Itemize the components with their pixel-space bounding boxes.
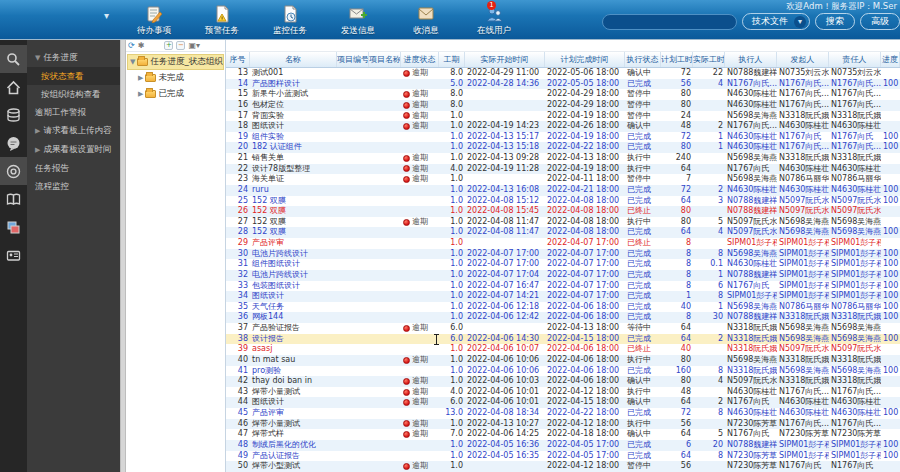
refresh-icon[interactable]: ⟳ (128, 41, 135, 50)
table-row[interactable]: 39asasj1.02022-04-06 10:072022-04-06 18:… (226, 344, 900, 355)
task-name-link[interactable]: 产品评审 (252, 408, 284, 417)
table-row[interactable]: 41pro测验1.02022-04-06 10:062022-04-06 18:… (226, 366, 900, 377)
task-name-link[interactable]: 182 认证组件 (252, 142, 302, 151)
column-header[interactable]: 实际工时 (693, 52, 725, 67)
task-name-link[interactable]: 产品评审 (252, 238, 284, 247)
table-row[interactable]: 48制绒后黑化的优化1.02022-04-05 16:362022-04-05 … (226, 440, 900, 451)
task-name-link[interactable]: 新果牛小蓝测试 (252, 89, 308, 98)
sidebar-item[interactable]: 任务报告 (27, 159, 120, 177)
table-row[interactable]: 28152 双膜1.02022-04-08 11:472022-04-08 18… (226, 227, 900, 238)
toolbar-item[interactable]: 预警任务 (196, 5, 248, 37)
table-row[interactable]: 44图纸设计逾期6.02022-04-06 10:012022-04-15 18… (226, 397, 900, 408)
collapse-all-icon[interactable]: − (176, 41, 185, 50)
sidebar-item[interactable]: ▼任务进度 (27, 48, 120, 67)
table-row[interactable]: 32电池片跨线设计1.02022-04-07 17:042022-04-07 1… (226, 270, 900, 281)
tree-node[interactable]: ▶未完成 (126, 70, 225, 86)
table-row[interactable]: 27152 双膜逾期1.02022-04-08 11:472022-04-08 … (226, 217, 900, 228)
column-header[interactable]: 发起人 (777, 52, 829, 67)
table-row[interactable]: 30电池片跨线设计1.02022-04-07 17:002022-04-07 1… (226, 249, 900, 260)
tree-root-node[interactable]: ▼ 任务进度_状态组织 (127, 54, 224, 70)
task-name-link[interactable]: 电池片跨线设计 (252, 249, 308, 258)
task-name-link[interactable]: 产品图样设计 (252, 79, 300, 88)
column-header[interactable]: 项目名称 (369, 52, 401, 67)
search-category-select[interactable]: 技术文件 ▾ (742, 13, 810, 30)
table-row[interactable]: 19组件实验1.02022-04-13 15:172022-04-19 18:0… (226, 132, 900, 143)
table-row[interactable]: 25152 双膜1.02022-04-08 15:122022-04-08 18… (226, 196, 900, 207)
sidebar-item[interactable]: ▶成果看板设置时间 (27, 140, 120, 159)
monitor-icon[interactable] (0, 157, 27, 185)
view-mode-icon[interactable]: ▣▾ (188, 41, 200, 50)
table-row[interactable]: 24ruru1.02022-04-13 16:082022-04-21 18:0… (226, 185, 900, 196)
database-icon[interactable] (0, 101, 27, 129)
table-row[interactable]: 34图纸设计1.02022-04-07 14:212022-04-07 17:0… (226, 291, 900, 302)
task-name-link[interactable]: 产品验证报告 (252, 323, 300, 332)
task-name-link[interactable]: 焊带小型测试 (252, 461, 300, 470)
sidebar-item[interactable]: 流程监控 (27, 177, 120, 195)
layers-icon[interactable] (0, 213, 27, 241)
task-name-link[interactable]: thay doi ban in (252, 376, 312, 385)
settings-icon[interactable]: ✱ (138, 41, 145, 50)
task-name-link[interactable]: 焊带小量测试 (252, 387, 300, 396)
table-row[interactable]: 37产品验证报告逾期6.02022-04-13 18:00等待中64N3318阮… (226, 323, 900, 334)
table-row[interactable]: 23海关单证逾期1.02022-04-11 18:00暂停中7N5698吴海燕N… (226, 174, 900, 185)
task-name-link[interactable]: 152 双膜 (252, 206, 286, 215)
column-header[interactable]: 项目编号 (337, 52, 369, 67)
table-row[interactable]: 29产品评审1.02022-04-07 17:00已终止8SIPM01彭子程SI… (226, 238, 900, 249)
table-row[interactable]: 26152 双膜1.02022-04-08 15:452022-04-08 18… (226, 206, 900, 217)
task-name-link[interactable]: 销售关单 (252, 153, 284, 162)
column-header[interactable]: 工期 (439, 52, 465, 67)
sidebar-item[interactable]: 逾期工作警报 (27, 103, 120, 121)
search-icon[interactable] (0, 45, 27, 73)
task-name-link[interactable]: 网板144 (252, 312, 283, 321)
column-header[interactable]: 实际开始时间 (465, 52, 545, 67)
table-row[interactable]: 42thay doi ban in逾期1.02022-04-06 10:0320… (226, 376, 900, 387)
task-name-link[interactable]: pro测验 (252, 366, 281, 375)
table-row[interactable]: 13测试001逾期8.02022-04-29 11:002022-05-06 1… (226, 68, 900, 79)
task-name-link[interactable]: 焊带式样 (252, 429, 284, 438)
column-header[interactable]: 执行状态 (625, 52, 661, 67)
toolbar-item[interactable]: 监控任务 (264, 5, 316, 37)
toolbar-item[interactable]: 1在线用户 (468, 5, 520, 37)
task-name-link[interactable]: 152 双膜 (252, 227, 286, 236)
task-name-link[interactable]: 制绒后黑化的优化 (252, 440, 316, 449)
table-row[interactable]: 49产品认证报告1.02022-04-05 16:352022-04-05 17… (226, 451, 900, 462)
table-row[interactable]: 16包材定位逾期8.02022-04-29 18:00暂停中80N4630陈桂壮… (226, 100, 900, 111)
table-row[interactable]: 46焊带小量测试逾期1.02022-04-13 10:272022-04-12 … (226, 419, 900, 430)
table-row[interactable]: 40tn mat sau逾期1.02022-04-06 10:062022-04… (226, 355, 900, 366)
column-header[interactable]: 责任人 (829, 52, 881, 67)
expand-all-icon[interactable]: + (164, 41, 173, 50)
table-row[interactable]: 38设计报告6.02022-04-06 14:302022-04-15 18:0… (226, 334, 900, 345)
table-row[interactable]: 22设计78版型整理逾期4.02022-04-19 11:282022-04-1… (226, 164, 900, 175)
task-name-link[interactable]: 图纸设计 (252, 121, 284, 130)
task-name-link[interactable]: 设计78版型整理 (252, 164, 310, 173)
toolbar-item[interactable]: 收消息 (400, 5, 452, 37)
sidebar-item[interactable]: 按状态查看 (27, 67, 120, 85)
column-header[interactable]: 执行人 (725, 52, 777, 67)
column-header[interactable]: 序号 (226, 52, 250, 67)
chat-icon[interactable] (0, 129, 27, 157)
task-name-link[interactable]: 包材定位 (252, 100, 284, 109)
task-name-link[interactable]: 焊带小量测试 (252, 419, 300, 428)
home-icon[interactable] (0, 73, 27, 101)
task-name-link[interactable]: 天气任务 (252, 302, 284, 311)
book-icon[interactable] (0, 185, 27, 213)
table-row[interactable]: 35天气任务1.02022-04-06 12:182022-04-06 18:0… (226, 302, 900, 313)
task-name-link[interactable]: 组件实验 (252, 132, 284, 141)
task-name-link[interactable]: tn mat sau (252, 355, 295, 364)
search-input[interactable] (602, 14, 737, 30)
column-header[interactable]: 进度 (881, 52, 900, 67)
sidebar-item[interactable]: ▶请求看板上传内容 (27, 121, 120, 140)
task-name-link[interactable]: 组件图纸设计 (252, 259, 300, 268)
table-row[interactable]: 45产品评审13.02022-04-08 18:342022-04-22 18:… (226, 408, 900, 419)
task-name-link[interactable]: 产品认证报告 (252, 451, 300, 460)
column-header[interactable]: 进度状态 (401, 52, 439, 67)
table-row[interactable]: 31组件图纸设计1.02022-04-07 17:002022-04-07 17… (226, 259, 900, 270)
task-name-link[interactable]: 152 双膜 (252, 217, 286, 226)
tree-node[interactable]: ▶已完成 (126, 86, 225, 102)
table-row[interactable]: 14产品图样设计5.02022-04-28 14:362022-05-05 18… (226, 79, 900, 90)
toolbar-item[interactable]: 发送信息 (332, 5, 384, 37)
table-row[interactable]: 33包装图纸设计1.02022-04-07 16:472022-04-07 17… (226, 281, 900, 292)
task-name-link[interactable]: 设计报告 (252, 334, 284, 343)
task-name-link[interactable]: 152 双膜 (252, 196, 286, 205)
task-name-link[interactable]: 包装图纸设计 (252, 281, 300, 290)
